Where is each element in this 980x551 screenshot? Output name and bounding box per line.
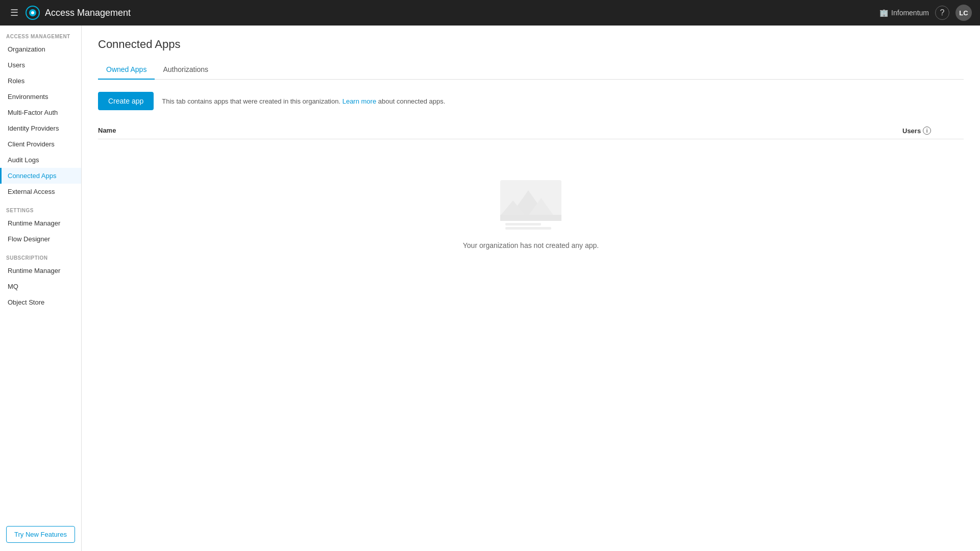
svg-point-2 bbox=[31, 11, 34, 14]
tab-authorizations[interactable]: Authorizations bbox=[155, 61, 216, 80]
create-app-button[interactable]: Create app bbox=[98, 92, 154, 110]
empty-state-message: Your organization has not created any ap… bbox=[463, 241, 599, 249]
column-users-label: Users bbox=[902, 127, 921, 135]
topbar-right: 🏢 Infomentum ? LC bbox=[879, 5, 972, 21]
column-users: Users i bbox=[902, 127, 964, 135]
sidebar-item-mfa[interactable]: Multi-Factor Auth bbox=[0, 105, 81, 120]
learn-more-link[interactable]: Learn more bbox=[342, 97, 376, 105]
body-layout: ACCESS MANAGEMENT Organization Users Rol… bbox=[0, 26, 980, 551]
app-logo bbox=[26, 6, 40, 20]
user-avatar[interactable]: LC bbox=[955, 5, 972, 21]
description-text: This tab contains apps that were created… bbox=[162, 97, 340, 105]
sidebar-item-mq[interactable]: MQ bbox=[0, 279, 81, 294]
org-selector[interactable]: 🏢 Infomentum bbox=[879, 9, 929, 17]
app-title: Access Management bbox=[45, 8, 874, 18]
sidebar-section-access: ACCESS MANAGEMENT bbox=[0, 26, 81, 41]
sidebar-section-subscription: SUBSCRIPTION bbox=[0, 247, 81, 263]
sidebar-item-client-providers[interactable]: Client Providers bbox=[0, 136, 81, 152]
empty-state-illustration bbox=[500, 180, 561, 231]
column-name: Name bbox=[98, 127, 902, 135]
sidebar-item-environments[interactable]: Environments bbox=[0, 89, 81, 105]
try-new-features-button[interactable]: Try New Features bbox=[6, 526, 75, 543]
content-description: This tab contains apps that were created… bbox=[162, 97, 445, 105]
svg-rect-9 bbox=[505, 223, 541, 226]
sidebar-item-object-store[interactable]: Object Store bbox=[0, 294, 81, 310]
org-icon: 🏢 bbox=[879, 9, 888, 17]
empty-state: Your organization has not created any ap… bbox=[98, 139, 964, 290]
sidebar-bottom: Try New Features bbox=[0, 518, 81, 551]
description-suffix: about connected apps. bbox=[378, 97, 446, 105]
main-content: Connected Apps Owned Apps Authorizations… bbox=[82, 26, 980, 551]
sidebar-item-runtime-manager-sub[interactable]: Runtime Manager bbox=[0, 263, 81, 279]
sidebar-item-audit-logs[interactable]: Audit Logs bbox=[0, 152, 81, 168]
sidebar-item-external-access[interactable]: External Access bbox=[0, 184, 81, 199]
sidebar-item-identity-providers[interactable]: Identity Providers bbox=[0, 120, 81, 136]
org-name: Infomentum bbox=[891, 9, 929, 17]
sidebar-item-flow-designer[interactable]: Flow Designer bbox=[0, 231, 81, 247]
sidebar-item-connected-apps[interactable]: Connected Apps bbox=[0, 168, 81, 184]
table-header: Name Users i bbox=[98, 122, 964, 139]
tab-owned-apps[interactable]: Owned Apps bbox=[98, 61, 155, 80]
sidebar-section-settings: SETTINGS bbox=[0, 199, 81, 215]
users-info-icon[interactable]: i bbox=[923, 127, 931, 135]
content-header: Create app This tab contains apps that w… bbox=[98, 92, 964, 110]
sidebar-item-roles[interactable]: Roles bbox=[0, 73, 81, 89]
help-button[interactable]: ? bbox=[935, 6, 949, 20]
tabs: Owned Apps Authorizations bbox=[98, 61, 964, 80]
svg-rect-10 bbox=[505, 227, 551, 230]
sidebar-item-organization[interactable]: Organization bbox=[0, 41, 81, 57]
page-title: Connected Apps bbox=[98, 38, 964, 51]
sidebar-item-users[interactable]: Users bbox=[0, 57, 81, 73]
sidebar: ACCESS MANAGEMENT Organization Users Rol… bbox=[0, 26, 82, 551]
sidebar-item-runtime-manager-settings[interactable]: Runtime Manager bbox=[0, 215, 81, 231]
hamburger-icon[interactable]: ☰ bbox=[8, 5, 20, 20]
topbar: ☰ Access Management 🏢 Infomentum ? LC bbox=[0, 0, 980, 26]
svg-rect-8 bbox=[500, 215, 561, 221]
